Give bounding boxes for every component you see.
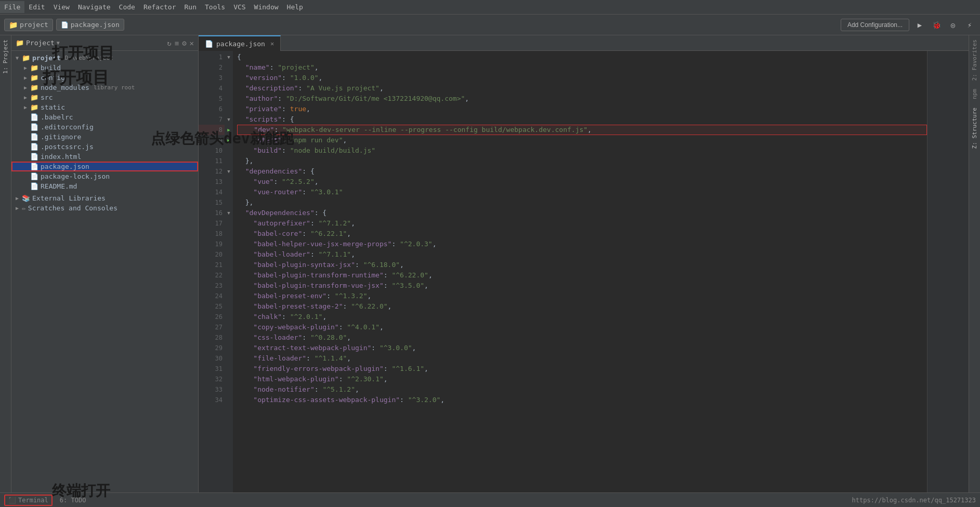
tab-close-icon[interactable]: ✕ <box>270 40 274 47</box>
code-text-3a <box>237 73 245 83</box>
code-comma-25: , <box>388 301 392 312</box>
tree-item-external-libraries[interactable]: ▶ 📚 External Libraries <box>11 193 198 203</box>
code-text-8a <box>238 125 254 135</box>
code-text-13a <box>237 177 253 187</box>
debug-toolbar-icon[interactable]: 🐞 <box>930 19 943 31</box>
fold-13 <box>225 177 233 187</box>
project-button[interactable]: 📁 project <box>4 19 53 31</box>
code-text-32a <box>237 374 253 384</box>
tree-item-editorconfig[interactable]: ▶ 📄 .editorconfig <box>11 122 198 132</box>
code-colon-23: : <box>384 281 392 291</box>
menu-file[interactable]: File <box>0 1 24 13</box>
tree-item-node-modules[interactable]: ▶ 📁 node_modules library root <box>11 83 198 92</box>
tree-item-readme[interactable]: ▶ 📄 README.md <box>11 181 198 191</box>
code-key-33: "node-notifier" <box>253 384 314 395</box>
tree-item-build[interactable]: ▶ 📁 build <box>11 63 198 73</box>
run-8[interactable]: ▶ <box>225 125 233 135</box>
npm-tab[interactable]: npm <box>970 85 979 103</box>
add-configuration-button[interactable]: Add Configuration... <box>841 19 909 31</box>
code-key-6: "private" <box>245 104 282 114</box>
tree-item-static[interactable]: ▶ 📁 static <box>11 102 198 112</box>
fold-1[interactable]: ▼ <box>225 52 233 62</box>
line-27: 27 <box>199 322 225 332</box>
code-content[interactable]: { "name": "project", "version": "1.0.0",… <box>233 51 927 507</box>
terminal-button[interactable]: ⬛ Terminal <box>4 495 53 506</box>
ext-lib-arrow-icon: ▶ <box>16 195 22 201</box>
fold-16[interactable]: ▼ <box>225 208 233 218</box>
code-val-9: "npm run dev" <box>290 135 343 145</box>
menu-navigate[interactable]: Navigate <box>74 1 115 13</box>
menu-tools[interactable]: Tools <box>201 1 229 13</box>
tree-item-gitignore[interactable]: ▶ 📄 .gitignore <box>11 132 198 142</box>
line-13: 13 <box>199 177 225 187</box>
status-bar-url-container: https://blog.csdn.net/qq_15271323 <box>852 496 976 504</box>
project-settings-icon[interactable]: ⚙ <box>182 39 186 47</box>
fold-12[interactable]: ▼ <box>225 166 233 177</box>
menu-edit[interactable]: Edit <box>24 1 49 13</box>
menu-refactor[interactable]: Refactor <box>139 1 180 13</box>
project-sync-icon[interactable]: ↻ <box>167 39 171 47</box>
code-key-26: "chalk" <box>253 312 282 322</box>
code-colon-4: : <box>298 83 306 94</box>
code-line-34: "optimize-css-assets-webpack-plugin": "^… <box>237 395 927 405</box>
menu-vcs[interactable]: VCS <box>229 1 250 13</box>
code-comma-33: , <box>355 384 359 395</box>
code-comma-18: , <box>347 229 351 239</box>
line-3: 3 <box>199 73 225 83</box>
run-9[interactable]: ▶ <box>225 135 233 145</box>
code-line-25: "babel-preset-stage-2": "^6.22.0", <box>237 301 927 312</box>
tree-item-config[interactable]: ▶ 📁 config <box>11 73 198 83</box>
code-text-34a <box>237 395 253 405</box>
tree-root[interactable]: ▼ 📁 project D:\web\project <box>11 53 198 63</box>
code-val-26: "^2.0.1" <box>290 312 323 322</box>
ln-4: 4 <box>219 85 223 92</box>
tab-package-json[interactable]: 📄 package.json ✕ <box>199 35 281 51</box>
code-colon-31: : <box>384 364 392 374</box>
ln-19: 19 <box>215 241 223 248</box>
code-line-17: "autoprefixer": "^7.1.2", <box>237 218 927 229</box>
todo-button[interactable]: 6: TODO <box>57 496 89 505</box>
ln-14: 14 <box>215 189 223 196</box>
tree-item-babelrc[interactable]: ▶ 📄 .babelrc <box>11 112 198 122</box>
tree-item-package-lock[interactable]: ▶ 📄 package-lock.json <box>11 171 198 181</box>
postcssrc-label: .postcssrc.js <box>41 143 94 151</box>
run-toolbar-icon[interactable]: ▶ <box>913 19 926 31</box>
menu-window[interactable]: Window <box>250 1 283 13</box>
favorites-tab[interactable]: 2: Favorites <box>970 35 979 85</box>
code-text-15: }, <box>237 197 253 208</box>
node-modules-sublabel: library root <box>94 84 135 91</box>
menu-view[interactable]: View <box>49 1 74 13</box>
package-json-button[interactable]: 📄 package.json <box>56 19 124 31</box>
project-tab[interactable]: 1: Project <box>1 35 10 78</box>
code-comma-8: , <box>587 125 592 135</box>
project-sort-icon[interactable]: ≡ <box>175 39 179 47</box>
coverage-toolbar-icon[interactable]: ◎ <box>947 19 959 31</box>
tree-item-postcssrc[interactable]: ▶ 📄 .postcssrc.js <box>11 142 198 152</box>
code-colon-19: : <box>391 239 400 249</box>
line-8: 8 <box>199 125 225 135</box>
code-line-2: "name": "project", <box>237 62 927 73</box>
menu-help[interactable]: Help <box>283 1 307 13</box>
todo-label: 6: TODO <box>60 497 86 504</box>
tree-item-package-json[interactable]: ▶ 📄 package.json <box>11 162 198 171</box>
file-tree: ▼ 📁 project D:\web\project ▶ 📁 build ▶ � <box>11 51 198 507</box>
project-hide-icon[interactable]: ✕ <box>190 39 194 47</box>
profile-toolbar-icon[interactable]: ⚡ <box>963 19 976 31</box>
tree-item-index-html[interactable]: ▶ 📄 index.html <box>11 152 198 162</box>
menu-code[interactable]: Code <box>115 1 139 13</box>
tree-item-src[interactable]: ▶ 📁 src <box>11 92 198 102</box>
menu-run[interactable]: Run <box>180 1 201 13</box>
fold-7[interactable]: ▼ <box>225 114 233 125</box>
structure-tab[interactable]: Z: Structure <box>970 103 979 153</box>
code-text-19a <box>237 239 253 249</box>
code-key-31: "friendly-errors-webpack-plugin" <box>253 364 383 374</box>
code-val-2: "project" <box>278 62 314 73</box>
code-val-5: "D:/Software/Git/Git/me <1372214920@qq.c… <box>286 94 465 104</box>
code-text-29a <box>237 343 253 353</box>
code-colon-10: : <box>282 145 290 156</box>
project-dropdown-icon[interactable]: ▼ <box>57 40 60 46</box>
code-comma-2: , <box>315 62 319 73</box>
tree-item-scratches[interactable]: ▶ ✏ Scratches and Consoles <box>11 203 198 213</box>
code-text-25a <box>237 301 253 312</box>
code-val-18: "^6.22.1" <box>310 229 347 239</box>
